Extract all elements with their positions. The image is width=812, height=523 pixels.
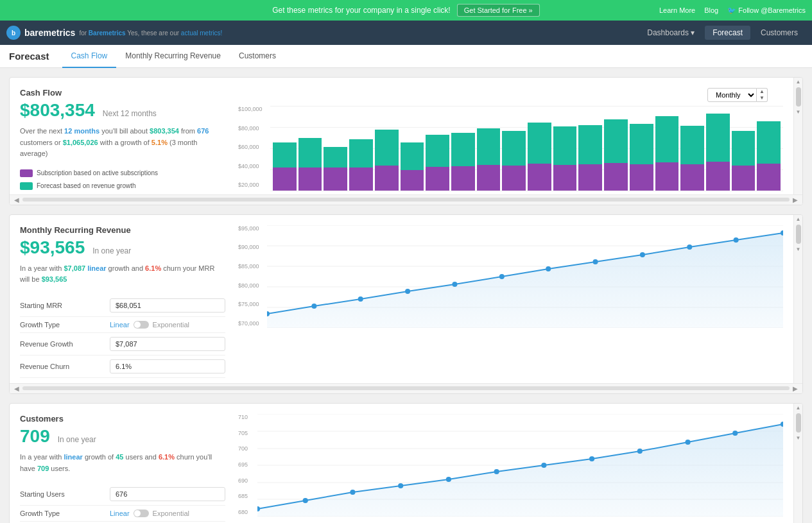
hscroll-track [22,198,790,201]
bar-green-segment [401,142,424,170]
bar-green-segment [502,131,526,166]
bar-purple-segment [502,166,526,191]
mrr-hscroll-left[interactable]: ◀ [12,385,21,392]
mrr-toggle[interactable] [134,321,149,329]
mrr-linear-option[interactable]: Linear [110,321,130,329]
bar-group [401,106,424,191]
mrr-churn-input[interactable] [110,359,225,373]
hscroll-left[interactable]: ◀ [12,196,21,203]
customers-form: Starting Users Growth Type Linear Expone… [20,483,225,523]
mrr-growth-type-row: Growth Type Linear Exponential [20,317,225,333]
promo-cta[interactable]: Get Started for Free » [457,4,540,17]
mrr-exponential-option[interactable]: Exponential [153,321,190,329]
nav-links: Dashboards ▾ Forecast Customers [639,26,806,40]
svg-marker-6 [267,233,783,328]
bar-green-segment [528,123,551,164]
cust-exponential-option[interactable]: Exponential [153,510,190,517]
main-content: Cash Flow $803,354 Next 12 months Over t… [0,68,812,523]
cust-scroll-down[interactable]: ▼ [796,435,801,441]
hscroll-right[interactable]: ▶ [791,196,800,203]
svg-point-33 [541,463,546,468]
cash-flow-left: Cash Flow $803,354 Next 12 months Over t… [20,88,225,194]
customers-scrollbar[interactable]: ▲ ▼ [793,404,802,523]
svg-marker-26 [257,424,783,517]
cash-flow-amount: $803,354 [20,100,95,121]
bar-group [680,106,704,191]
nav-dashboards[interactable]: Dashboards ▾ [639,26,702,40]
mrr-hscroll-right[interactable]: ▶ [791,385,800,392]
nav-customers[interactable]: Customers [753,26,806,40]
bar-green-segment [375,130,399,166]
y-axis-labels: $100,000 $80,000 $60,000 $40,000 $20,000 [238,106,263,191]
nav-bar: b baremetrics for Baremetrics Yes, these… [0,21,812,45]
mrr-amount: $93,565 [20,237,85,258]
cust-starting-input[interactable] [110,487,225,501]
cash-flow-period: Next 12 months [103,109,157,118]
svg-point-10 [405,289,410,294]
bar-green-segment [630,124,653,164]
cust-toggle[interactable] [134,510,149,517]
learn-more-link[interactable]: Learn More [659,6,695,15]
bar-green-segment [757,121,781,164]
mrr-line-chart [267,225,783,328]
mrr-churn-label: Revenue Churn [20,363,110,370]
legend-box-green [20,182,33,190]
mrr-inner: Monthly Recurring Revenue $93,565 In one… [10,215,793,383]
mrr-growth-type-label: Growth Type [20,321,110,329]
logo-text: baremetrics [24,28,75,38]
mrr-starting-row: Starting MRR [20,295,225,317]
bar-group [553,106,577,191]
mrr-scrollbar[interactable]: ▲ ▼ [793,215,802,383]
svg-point-35 [637,449,643,454]
mrr-scroll-thumb[interactable] [796,225,801,244]
mrr-hscrollbar[interactable]: ◀ ▶ [10,383,802,393]
bar-purple-segment [298,167,322,191]
scroll-thumb[interactable] [796,87,801,107]
svg-point-30 [398,483,403,488]
bar-purple-segment [578,164,602,191]
cash-flow-chart-area: Monthly Weekly ▲ ▼ $100,000 $80 [238,88,783,194]
cust-linear-option[interactable]: Linear [110,510,130,517]
mrr-scroll-up[interactable]: ▲ [796,216,801,222]
scroll-down-arrow[interactable]: ▼ [796,109,801,115]
bar-purple-segment [604,163,628,191]
tab-mrr[interactable]: Monthly Recurring Revenue [116,45,230,68]
cust-scroll-thumb[interactable] [796,413,801,433]
cust-scroll-up[interactable]: ▲ [796,405,801,411]
svg-point-15 [640,252,645,257]
bar-group [757,106,781,191]
mrr-scroll-down[interactable]: ▼ [796,246,801,252]
mrr-growth-type-group: Linear Exponential [110,321,189,329]
logo-icon: b [6,26,21,40]
svg-point-9 [358,296,363,302]
cash-flow-scrollbar[interactable]: ▲ ▼ [793,78,802,194]
mrr-starting-input[interactable] [110,298,225,313]
mrr-starting-label: Starting MRR [20,302,110,309]
scroll-up-arrow[interactable]: ▲ [796,79,801,85]
bar-green-segment [553,126,577,165]
bar-group [375,106,399,191]
bar-group [477,106,501,191]
customers-chart-wrapper: 710 705 700 695 690 685 680 [238,414,783,517]
mrr-chart-area: $95,000 $90,000 $85,000 $80,000 $75,000 … [238,225,783,378]
bar-group [528,106,551,191]
svg-point-32 [494,469,499,474]
customers-left: Customers 709 In one year In a year with… [20,414,225,523]
cash-flow-hscrollbar[interactable]: ◀ ▶ [10,194,802,205]
actual-metrics-link[interactable]: actual metrics! [181,30,222,37]
svg-point-34 [589,456,594,461]
tab-customers[interactable]: Customers [230,45,285,68]
twitter-link[interactable]: 🐦 Follow @Baremetrics [727,6,806,15]
bar-purple-segment [757,164,781,191]
customers-inner: Customers 709 In one year In a year with… [10,404,793,523]
promo-links: Learn More Blog 🐦 Follow @Baremetrics [659,6,806,15]
svg-point-8 [311,304,316,309]
blog-link[interactable]: Blog [704,6,718,15]
bar-group [451,106,475,191]
bar-group [655,106,679,191]
nav-forecast[interactable]: Forecast [705,26,750,40]
tab-cash-flow[interactable]: Cash Flow [62,45,117,68]
cash-flow-title: Cash Flow [20,88,225,98]
bar-purple-segment [553,165,577,191]
mrr-revenue-growth-input[interactable] [110,337,225,351]
